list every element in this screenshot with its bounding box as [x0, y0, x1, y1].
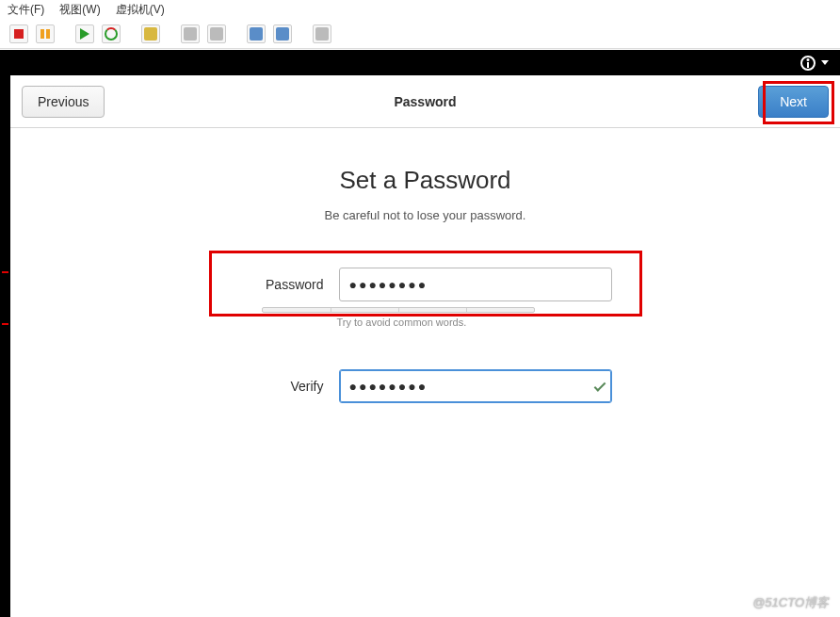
tool2-button[interactable]	[207, 24, 226, 43]
password-strength-bar	[262, 307, 535, 313]
menu-file[interactable]: 文件(F)	[8, 2, 44, 18]
tool1-button[interactable]	[181, 24, 200, 43]
password-row: Password	[162, 268, 689, 301]
viewport-border-left	[0, 50, 10, 617]
previous-button[interactable]: Previous	[22, 86, 105, 118]
verify-label: Verify	[239, 379, 324, 394]
chevron-down-icon[interactable]	[821, 60, 829, 65]
refresh-icon	[105, 27, 118, 41]
tool4-button[interactable]	[273, 24, 292, 43]
tool5-button[interactable]	[313, 24, 331, 43]
watermark: @51CTO博客	[752, 594, 829, 611]
verify-input[interactable]	[339, 369, 612, 403]
form-area: Password Try to avoid common words. Veri…	[162, 268, 689, 403]
headerbar: Previous Password Next	[10, 75, 840, 128]
password-label: Password	[239, 277, 324, 292]
tool-icon	[276, 27, 289, 41]
play-icon	[80, 28, 89, 40]
menu-view[interactable]: 视图(W)	[59, 2, 100, 18]
page-heading: Set a Password	[10, 166, 840, 195]
stop-icon	[14, 29, 24, 39]
menu-vm[interactable]: 虚拟机(V)	[116, 2, 165, 18]
snapshot-button[interactable]	[141, 24, 160, 43]
gnome-initial-setup-panel: Previous Password Next Set a Password Be…	[10, 75, 840, 617]
poweroff-button[interactable]	[9, 24, 28, 43]
content-area: Set a Password Be careful not to lose yo…	[10, 128, 840, 403]
header-title: Password	[394, 94, 456, 109]
next-button[interactable]: Next	[758, 86, 829, 118]
tool3-button[interactable]	[247, 24, 266, 43]
pause-button[interactable]	[36, 24, 55, 43]
vmware-menubar: 文件(F) 视图(W) 虚拟机(V)	[0, 0, 840, 19]
tool-icon	[184, 27, 197, 41]
password-input[interactable]	[339, 268, 612, 301]
tool-icon	[250, 27, 263, 41]
tool-icon	[315, 27, 329, 41]
gnome-topbar	[10, 50, 840, 75]
accessibility-icon[interactable]	[800, 56, 816, 71]
vm-viewport: Previous Password Next Set a Password Be…	[0, 50, 840, 617]
password-hint: Try to avoid common words.	[162, 317, 689, 328]
vmware-toolbar	[0, 19, 840, 49]
play-button[interactable]	[75, 24, 94, 43]
page-subtitle: Be careful not to lose your password.	[10, 208, 840, 222]
red-mark	[2, 271, 8, 273]
verify-row: Verify	[162, 369, 689, 403]
snapshot-icon	[144, 27, 157, 41]
red-mark	[2, 323, 8, 325]
tool-icon	[210, 27, 223, 41]
pause-icon	[40, 29, 50, 39]
restart-button[interactable]	[102, 24, 121, 43]
